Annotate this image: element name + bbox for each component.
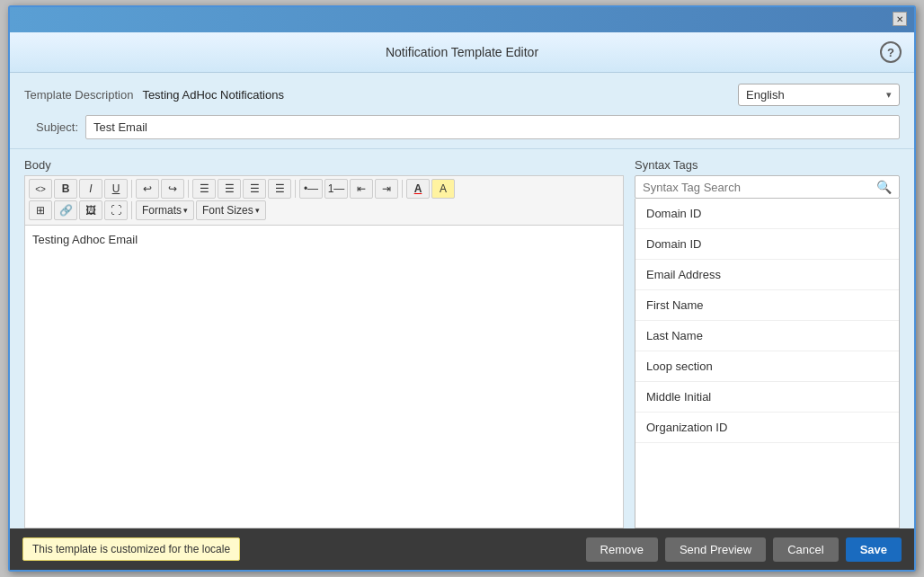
formats-dropdown[interactable]: Formats ▾ [136, 200, 194, 220]
link-button[interactable]: 🔗 [54, 200, 77, 220]
list-item[interactable]: Domain ID [635, 199, 899, 229]
syntax-search-input[interactable] [643, 181, 876, 194]
separator-4 [402, 180, 403, 198]
indent-button[interactable]: ⇥ [375, 179, 398, 199]
modal-window: ✕ Notification Template Editor ? Templat… [8, 5, 916, 572]
body-label: Body [24, 158, 624, 172]
locale-notice: This template is customized for the loca… [22, 537, 240, 561]
save-button[interactable]: Save [846, 537, 902, 562]
font-sizes-dropdown[interactable]: Font Sizes ▾ [196, 200, 266, 220]
subject-input[interactable] [85, 115, 900, 139]
subject-label: Subject: [24, 120, 78, 134]
subject-row: Subject: [24, 115, 900, 139]
editor-toolbar: B I U ↩ ↪ ☰ ☰ ☰ ☰ •— 1— ⇤ ⇥ [24, 175, 624, 225]
window-close-button[interactable]: ✕ [893, 12, 907, 26]
ordered-list-button[interactable]: 1— [324, 179, 348, 199]
footer-buttons: Remove Send Preview Cancel Save [586, 537, 902, 562]
syntax-tags-label: Syntax Tags [635, 158, 900, 172]
underline-button[interactable]: U [104, 179, 128, 199]
list-item[interactable]: Last Name [635, 321, 899, 351]
highlight-button[interactable]: A [431, 179, 455, 199]
body-section: Body B I U ↩ ↪ ☰ ☰ ☰ ☰ •— 1— [24, 158, 624, 528]
dialog-title: Notification Template Editor [44, 45, 880, 59]
code-icon [35, 182, 46, 195]
header-area: Template Description Testing AdHoc Notif… [10, 73, 914, 149]
font-color-button[interactable]: A [406, 179, 430, 199]
separator-1 [131, 180, 132, 198]
align-right-button[interactable]: ☰ [243, 179, 266, 199]
list-item[interactable]: Middle Initial [635, 382, 899, 413]
template-desc-value: Testing AdHoc Notifications [142, 88, 284, 102]
remove-button[interactable]: Remove [586, 537, 658, 562]
header-row1: Template Description Testing AdHoc Notif… [24, 84, 900, 106]
chevron-down-icon: ▾ [886, 89, 892, 101]
send-preview-button[interactable]: Send Preview [665, 537, 766, 562]
list-item[interactable]: Organization ID [635, 413, 899, 443]
help-button[interactable]: ? [880, 41, 902, 63]
separator-5 [131, 201, 132, 219]
title-bar: Notification Template Editor ? [10, 32, 914, 73]
redo-button[interactable]: ↪ [161, 179, 184, 199]
locale-notice-text: This template is customized for the loca… [32, 543, 230, 555]
cancel-button[interactable]: Cancel [773, 537, 838, 562]
syntax-section: Syntax Tags 🔍 Domain ID Domain ID Email … [635, 158, 900, 528]
separator-3 [295, 180, 296, 198]
align-left-button[interactable]: ☰ [192, 179, 216, 199]
template-desc-group: Template Description Testing AdHoc Notif… [24, 88, 284, 102]
font-sizes-label: Font Sizes [202, 204, 253, 217]
justify-button[interactable]: ☰ [268, 179, 291, 199]
separator-2 [188, 180, 189, 198]
list-item[interactable]: First Name [635, 290, 899, 321]
align-center-button[interactable]: ☰ [218, 179, 241, 199]
body-editor[interactable]: Testing Adhoc Email [24, 225, 624, 528]
list-item[interactable]: Loop section [635, 351, 899, 382]
search-icon: 🔍 [876, 180, 892, 194]
template-desc-label: Template Description [24, 88, 133, 102]
list-item[interactable]: Domain ID [635, 229, 899, 260]
code-button[interactable] [29, 179, 52, 199]
list-item[interactable]: Email Address [635, 260, 899, 290]
language-dropdown[interactable]: English ▾ [738, 84, 900, 106]
outdent-button[interactable]: ⇤ [350, 179, 373, 199]
table-button[interactable]: ⊞ [29, 200, 52, 220]
fullscreen-button[interactable]: ⛶ [104, 200, 128, 220]
toolbar-row-2: ⊞ 🔗 🖼 ⛶ Formats ▾ Font Sizes ▾ [29, 200, 619, 220]
formats-arrow: ▾ [183, 206, 188, 215]
syntax-tags-list: Domain ID Domain ID Email Address First … [635, 199, 900, 528]
footer-bar: This template is customized for the loca… [10, 528, 914, 570]
toolbar-row-1: B I U ↩ ↪ ☰ ☰ ☰ ☰ •— 1— ⇤ ⇥ [29, 179, 619, 199]
formats-label: Formats [142, 204, 182, 217]
window-bar: ✕ [10, 7, 914, 32]
language-label: English [746, 88, 785, 102]
undo-button[interactable]: ↩ [136, 179, 159, 199]
syntax-search-box: 🔍 [635, 175, 900, 199]
unordered-list-button[interactable]: •— [299, 179, 323, 199]
bold-button[interactable]: B [54, 179, 77, 199]
italic-button[interactable]: I [79, 179, 102, 199]
main-content: Body B I U ↩ ↪ ☰ ☰ ☰ ☰ •— 1— [10, 149, 914, 528]
font-sizes-arrow: ▾ [255, 206, 260, 215]
editor-content: Testing Adhoc Email [32, 233, 138, 246]
image-button[interactable]: 🖼 [79, 200, 102, 220]
